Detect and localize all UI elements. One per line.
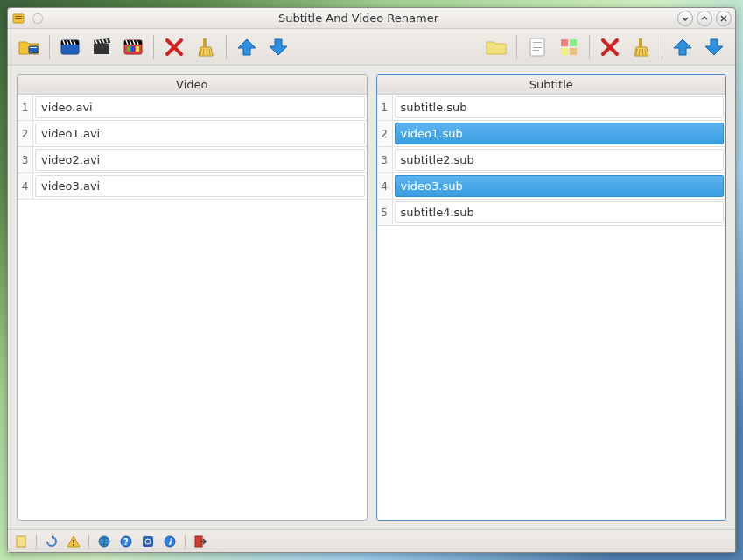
row-number: 1 [377, 94, 393, 120]
svg-rect-31 [143, 536, 153, 547]
svg-rect-12 [131, 46, 135, 52]
row-value[interactable]: subtitle2.sub [395, 149, 725, 171]
color-blocks-button[interactable] [553, 32, 585, 63]
row-number: 4 [377, 173, 393, 199]
row-number: 4 [18, 173, 33, 199]
svg-rect-14 [203, 38, 207, 47]
move-up-subtitle-button[interactable] [667, 32, 698, 63]
svg-rect-24 [639, 38, 642, 47]
toolbar-separator [49, 35, 50, 60]
svg-rect-27 [73, 544, 74, 546]
svg-rect-4 [30, 47, 37, 48]
window-title: Subtitle And Video Renamer [43, 11, 674, 24]
svg-rect-22 [561, 48, 568, 55]
delete-subtitle-button[interactable] [594, 32, 626, 63]
svg-rect-2 [15, 18, 22, 19]
row-number: 2 [18, 121, 33, 146]
video-clapper-button[interactable] [54, 32, 86, 63]
row-number: 2 [377, 121, 393, 146]
move-up-video-button[interactable] [231, 32, 263, 63]
video-panel-header: Video [18, 75, 367, 94]
toolbar-separator [226, 35, 227, 60]
svg-rect-5 [30, 52, 37, 52]
svg-rect-11 [127, 46, 130, 52]
row-number: 3 [18, 147, 33, 172]
svg-rect-18 [533, 47, 542, 48]
app-window: Subtitle And Video Renamer [7, 7, 736, 553]
toolbar-separator [589, 35, 590, 60]
svg-rect-17 [533, 45, 542, 46]
move-down-subtitle-button[interactable] [698, 32, 730, 63]
delete-video-button[interactable] [158, 32, 190, 63]
color-clapper-button[interactable] [117, 32, 149, 63]
row-value[interactable]: video3.avi [35, 175, 365, 197]
list-row[interactable]: 2video1.avi [18, 121, 367, 147]
list-row[interactable]: 1subtitle.sub [377, 94, 726, 121]
statusbar-separator [36, 535, 37, 549]
list-row[interactable]: 3video2.avi [18, 147, 367, 173]
svg-rect-23 [570, 48, 577, 55]
svg-rect-16 [533, 42, 542, 43]
clapper-icon-button[interactable] [86, 32, 117, 63]
row-value[interactable]: video.avi [35, 96, 365, 118]
row-value[interactable]: video1.avi [35, 122, 365, 144]
row-value[interactable]: video1.sub [395, 122, 725, 144]
subtitle-list[interactable]: 1subtitle.sub2video1.sub3subtitle2.sub4v… [377, 94, 726, 520]
svg-text:?: ? [123, 537, 129, 547]
status-exit-icon[interactable] [191, 533, 210, 550]
list-row[interactable]: 4video3.sub [377, 173, 726, 200]
status-help-icon[interactable]: ? [116, 533, 136, 550]
clear-video-button[interactable] [190, 32, 221, 63]
open-folder-subtitle-button[interactable] [480, 32, 512, 63]
title-indicator-icon [32, 13, 43, 24]
statusbar-separator [88, 535, 89, 549]
row-number: 5 [377, 200, 393, 225]
open-folder-video-button[interactable] [13, 32, 45, 63]
maximize-button[interactable] [697, 10, 712, 26]
titlebar: Subtitle And Video Renamer [8, 8, 735, 29]
video-list[interactable]: 1video.avi2video1.avi3video2.avi4video3.… [18, 94, 367, 520]
row-value[interactable]: subtitle.sub [395, 96, 725, 118]
content-area: Video 1video.avi2video1.avi3video2.avi4v… [8, 66, 735, 529]
list-row[interactable]: 4video3.avi [18, 173, 367, 200]
list-row[interactable]: 2video1.sub [377, 121, 726, 147]
status-document-icon[interactable] [11, 533, 31, 550]
app-icon [11, 11, 25, 25]
status-refresh-icon[interactable] [42, 533, 61, 550]
statusbar-separator [185, 535, 186, 549]
status-info-icon[interactable]: i [160, 533, 179, 550]
row-number: 1 [18, 94, 33, 120]
document-subtitle-button[interactable] [522, 32, 553, 63]
svg-rect-25 [17, 536, 25, 547]
row-value[interactable]: subtitle4.sub [395, 201, 725, 223]
status-settings-icon[interactable] [138, 533, 158, 550]
row-value[interactable]: video2.avi [35, 149, 365, 171]
toolbar-separator [516, 35, 517, 60]
minimize-button[interactable] [677, 10, 693, 26]
toolbar-separator [662, 35, 662, 60]
list-row[interactable]: 3subtitle2.sub [377, 147, 726, 173]
statusbar: ? i [8, 529, 735, 552]
toolbar [8, 29, 735, 66]
subtitle-panel-header: Subtitle [377, 75, 726, 94]
svg-rect-20 [561, 39, 568, 46]
video-panel: Video 1video.avi2video1.avi3video2.avi4v… [17, 74, 368, 521]
row-number: 3 [377, 147, 393, 172]
status-warning-icon[interactable] [64, 533, 83, 550]
subtitle-panel: Subtitle 1subtitle.sub2video1.sub3subtit… [376, 74, 727, 521]
close-button[interactable] [716, 10, 732, 26]
toolbar-separator [153, 35, 154, 60]
svg-rect-19 [533, 50, 539, 51]
status-globe-icon[interactable] [95, 533, 114, 550]
row-value[interactable]: video3.sub [395, 175, 725, 197]
svg-rect-26 [73, 540, 74, 543]
svg-rect-13 [136, 46, 139, 52]
svg-rect-8 [94, 44, 109, 54]
list-row[interactable]: 1video.avi [18, 94, 367, 121]
list-row[interactable]: 5subtitle4.sub [377, 200, 726, 226]
svg-rect-1 [15, 16, 22, 17]
clear-subtitle-button[interactable] [626, 32, 657, 63]
svg-rect-21 [570, 39, 577, 46]
move-down-video-button[interactable] [263, 32, 294, 63]
